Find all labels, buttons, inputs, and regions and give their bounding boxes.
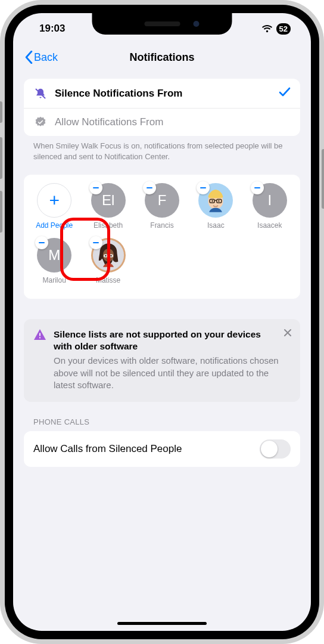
warning-banner: Silence lists are not supported on your … [24,319,300,402]
svg-point-12 [110,255,111,256]
back-label: Back [34,51,58,64]
allow-calls-row[interactable]: Allow Calls from Silenced People [24,431,300,467]
close-icon[interactable] [284,327,292,340]
person-item[interactable]: Matisse [81,238,135,284]
remove-person-icon[interactable] [143,181,156,194]
person-item[interactable]: IIsaacek [243,183,297,230]
checkmark-icon [279,86,291,100]
badge-check-icon [33,116,48,128]
notification-mode-card: Silence Notifications From Allow Notific… [24,79,300,136]
home-indicator[interactable] [117,622,207,625]
option-allow-label: Allow Notifications From [55,116,291,128]
option-allow[interactable]: Allow Notifications From [24,109,300,136]
person-name: Isaac [207,221,225,230]
svg-point-11 [105,255,106,256]
allow-calls-label: Allow Calls from Silenced People [33,443,182,455]
warning-triangle-icon [33,329,46,391]
plus-icon: + [37,183,71,218]
remove-person-icon[interactable] [89,181,102,194]
person-item[interactable]: MMarilou [27,238,81,284]
remove-person-icon[interactable] [89,236,102,249]
svg-point-5 [212,200,214,202]
page-title: Notifications [129,51,194,64]
option-silence-label: Silence Notifications From [55,88,279,100]
option-silence[interactable]: Silence Notifications From [24,79,300,109]
person-name: Isaacek [257,221,282,230]
wifi-icon [261,24,273,33]
warning-title: Silence lists are not supported on your … [54,329,291,352]
back-button[interactable]: Back [25,51,58,64]
person-name: Marilou [43,276,66,284]
svg-rect-13 [39,333,40,336]
remove-person-icon[interactable] [251,181,264,194]
people-card: +Add PeopleElElisabethFFrancis IsaacIIsa… [24,175,300,299]
person-name: Francis [150,221,173,230]
nav-bar: Back Notifications [13,43,311,72]
notch [92,13,232,35]
warning-desc: On your devices with older software, not… [54,355,291,391]
phone-calls-header: PHONE CALLS [33,417,291,426]
svg-point-14 [39,337,40,338]
add-people-button[interactable]: +Add People [27,183,81,230]
person-name: Elisabeth [94,221,123,230]
allow-calls-switch[interactable] [260,439,291,459]
add-people-label: Add People [36,221,73,230]
person-item[interactable]: Isaac [189,183,242,230]
battery-indicator: 52 [276,23,291,35]
person-name: Matisse [96,276,120,284]
person-item[interactable]: FFrancis [135,183,189,230]
bell-slash-icon [33,88,48,100]
status-time: 19:03 [39,23,65,35]
person-item[interactable]: ElElisabeth [81,183,135,230]
svg-point-6 [218,200,220,202]
mode-explainer: When Smiley Walk Focus is on, notificati… [24,136,300,162]
